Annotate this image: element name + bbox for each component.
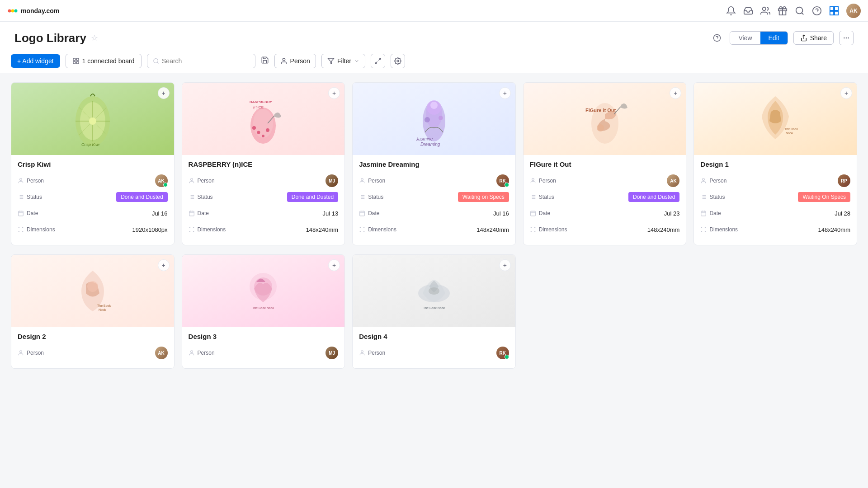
card-title-figure: FIGure it Out — [530, 160, 680, 168]
card-body-raspberry: RASPBERRY (n)ICE Person MJ Status Done a… — [182, 155, 345, 245]
svg-point-17 — [846, 38, 846, 38]
card-design1: The Book Nook + Design 1 Person RP Statu… — [693, 82, 857, 245]
status-badge-crisp-kiwi[interactable]: Done and Dusted — [116, 192, 167, 202]
card-field-person-design2: Person AK — [18, 347, 168, 359]
app-name: monday.com — [21, 7, 59, 14]
search-box[interactable] — [147, 54, 255, 68]
svg-rect-21 — [76, 58, 79, 61]
svg-line-7 — [802, 13, 803, 14]
card-add-button-jasmine[interactable]: + — [499, 87, 511, 99]
card-field-status-design1: Status Waiting On Specs — [700, 191, 850, 203]
people-icon[interactable] — [760, 6, 770, 16]
card-title-design3: Design 3 — [189, 333, 339, 340]
card-add-button-design4[interactable]: + — [499, 259, 511, 271]
card-title-crisp-kiwi: Crisp Kiwi — [18, 160, 168, 168]
svg-point-55 — [252, 126, 256, 130]
edit-button[interactable]: Edit — [760, 32, 788, 44]
share-button[interactable]: Share — [793, 31, 834, 45]
svg-text:Crisp Kiwi: Crisp Kiwi — [81, 142, 100, 147]
bell-icon[interactable] — [726, 6, 736, 16]
status-badge-raspberry[interactable]: Done and Dusted — [287, 192, 338, 202]
view-edit-toggle: View Edit — [730, 31, 788, 45]
settings-button[interactable] — [391, 54, 405, 68]
svg-point-39 — [20, 178, 22, 181]
svg-rect-11 — [835, 6, 838, 10]
search-input[interactable] — [162, 57, 250, 65]
date-value-figure: Jul 23 — [664, 210, 680, 217]
date-icon — [359, 210, 365, 216]
status-icon — [700, 194, 707, 200]
filter-button[interactable]: Filter — [321, 54, 365, 68]
question-icon[interactable] — [812, 6, 822, 16]
page-title-area: Logo Library ☆ — [14, 31, 98, 45]
dimensions-value-crisp-kiwi: 868x488px — [132, 226, 168, 233]
card-field-dimensions-raspberry: Dimensions 148x240mm — [189, 223, 339, 236]
svg-rect-10 — [830, 6, 834, 10]
card-body-crisp-kiwi: Crisp Kiwi Person AK Status Done and Dus… — [11, 155, 174, 245]
person-avatar-jasmine: RK — [496, 174, 509, 187]
add-widget-button[interactable]: + Add widget — [11, 54, 60, 68]
card-add-button-raspberry[interactable]: + — [328, 87, 340, 99]
topnav-icons: AK — [726, 4, 861, 18]
card-add-button-design1[interactable]: + — [840, 87, 852, 99]
svg-rect-23 — [76, 61, 79, 64]
app-logo[interactable]: monday.com — [7, 5, 59, 16]
more-options-button[interactable] — [839, 31, 854, 45]
page-header: Logo Library ☆ View Edit Share — [0, 22, 868, 49]
card-body-design1: Design 1 Person RP Status Waiting On Spe… — [694, 155, 857, 245]
svg-point-19 — [844, 38, 844, 38]
svg-point-6 — [796, 7, 803, 14]
svg-point-58 — [262, 135, 264, 137]
date-icon — [700, 210, 707, 216]
dimensions-value-raspberry: 148x240mm — [306, 226, 339, 233]
svg-rect-100 — [531, 211, 536, 216]
person-avatar-design2: AK — [155, 347, 168, 359]
search-nav-icon[interactable] — [795, 6, 805, 16]
svg-point-117 — [87, 281, 98, 292]
gift-icon[interactable] — [778, 6, 788, 16]
dimensions-icon — [18, 226, 24, 233]
card-field-dimensions-crisp-kiwi: Dimensions 868x488px — [18, 223, 168, 236]
cards-grid-row2: The Book Nook + Design 2 Person AK — [0, 254, 868, 378]
svg-rect-66 — [189, 211, 194, 216]
card-add-button-design2[interactable]: + — [158, 259, 170, 271]
status-badge-design1[interactable]: Waiting On Specs — [798, 192, 850, 202]
save-icon[interactable] — [261, 56, 269, 66]
card-field-date-crisp-kiwi: Date Jul 16 — [18, 207, 168, 220]
favorite-star-icon[interactable]: ☆ — [91, 33, 98, 43]
svg-text:Nook: Nook — [99, 308, 106, 311]
inbox-icon[interactable] — [743, 6, 753, 16]
card-title-design4: Design 4 — [359, 333, 509, 340]
card-add-button-crisp-kiwi[interactable]: + — [158, 87, 170, 99]
view-button[interactable]: View — [730, 32, 760, 44]
card-jasmine: Jasmine Dreaming + Jasmine Dreaming Pers… — [352, 82, 516, 245]
status-icon — [189, 194, 195, 200]
help-button[interactable] — [710, 31, 724, 45]
dimensions-icon — [530, 226, 536, 233]
status-icon — [359, 194, 365, 200]
user-avatar[interactable]: AK — [846, 4, 861, 18]
card-field-person-raspberry: Person MJ — [189, 174, 339, 187]
more-icon — [843, 34, 850, 42]
connected-board-label: 1 connected board — [82, 57, 135, 65]
status-badge-jasmine[interactable]: Waiting on Specs — [458, 192, 509, 202]
person-filter-button[interactable]: Person — [274, 54, 316, 68]
svg-point-73 — [430, 102, 438, 109]
svg-marker-27 — [328, 58, 334, 64]
status-badge-figure[interactable]: Done and Dusted — [628, 192, 679, 202]
dimensions-icon — [189, 226, 195, 233]
svg-rect-113 — [701, 211, 706, 216]
apps-icon[interactable] — [829, 6, 839, 16]
card-title-raspberry: RASPBERRY (n)ICE — [189, 160, 339, 168]
svg-point-77 — [439, 116, 443, 120]
card-add-button-design3[interactable]: + — [328, 259, 340, 271]
filter-chevron-icon — [354, 58, 359, 64]
header-actions: View Edit Share — [710, 31, 854, 45]
svg-point-0 — [8, 9, 11, 12]
person-avatar-design1: RP — [838, 174, 850, 187]
svg-text:RASPBERRY: RASPBERRY — [250, 100, 273, 104]
connected-board-button[interactable]: 1 connected board — [66, 54, 142, 68]
card-image-jasmine: Jasmine Dreaming — [353, 83, 515, 155]
person-field-icon — [700, 178, 707, 184]
expand-button[interactable] — [371, 54, 385, 68]
